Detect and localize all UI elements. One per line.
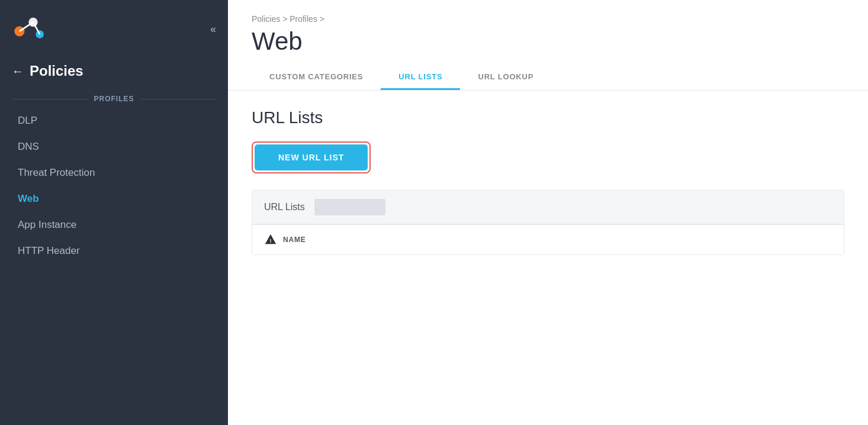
logo <box>12 14 47 44</box>
sidebar-item-threat-protection[interactable]: Threat Protection <box>0 160 228 186</box>
sidebar-item-app-instance[interactable]: App Instance <box>0 212 228 238</box>
main-header: Policies > Profiles > Web CUSTOM CATEGOR… <box>228 0 868 91</box>
logo-icon <box>12 14 47 44</box>
nav-back-button[interactable]: ← Policies <box>0 56 228 89</box>
tabs-bar: CUSTOM CATEGORIES URL LISTS URL LOOKUP <box>252 65 844 90</box>
table-header-title: URL Lists <box>264 202 305 213</box>
tab-url-lists[interactable]: URL LISTS <box>381 65 460 90</box>
sidebar-item-dns[interactable]: DNS <box>0 134 228 160</box>
svg-text:!: ! <box>269 238 271 244</box>
sidebar-item-dlp[interactable]: DLP <box>0 108 228 134</box>
tab-url-lookup[interactable]: URL LOOKUP <box>460 65 551 90</box>
tab-custom-categories[interactable]: CUSTOM CATEGORIES <box>252 65 381 90</box>
nav-back-label: Policies <box>30 63 83 79</box>
table-header-row: URL Lists <box>252 191 844 224</box>
back-arrow-icon: ← <box>12 65 24 78</box>
new-url-list-button[interactable]: NEW URL LIST <box>255 144 368 170</box>
section-title: URL Lists <box>252 108 844 127</box>
sidebar-item-http-header[interactable]: HTTP Header <box>0 238 228 264</box>
table-filter-placeholder <box>314 199 385 215</box>
new-url-list-button-wrapper: NEW URL LIST <box>252 141 371 173</box>
table-col-name: NAME <box>283 236 306 244</box>
sidebar-nav: DLP DNS Threat Protection Web App Instan… <box>0 108 228 264</box>
profiles-section-label: PROFILES <box>0 89 228 108</box>
breadcrumb: Policies > Profiles > <box>252 14 844 24</box>
main-content: Policies > Profiles > Web CUSTOM CATEGOR… <box>228 0 868 425</box>
page-title: Web <box>252 27 844 56</box>
table-column-row: ! NAME <box>252 224 844 255</box>
sidebar-item-web[interactable]: Web <box>0 186 228 212</box>
warning-icon: ! <box>264 233 277 246</box>
url-lists-table: URL Lists ! NAME <box>252 190 844 255</box>
main-body: URL Lists NEW URL LIST URL Lists ! NAME <box>228 91 868 425</box>
collapse-button[interactable]: « <box>210 23 216 36</box>
sidebar-header: « <box>0 0 228 56</box>
sidebar: « ← Policies PROFILES DLP DNS Threat Pro… <box>0 0 228 425</box>
